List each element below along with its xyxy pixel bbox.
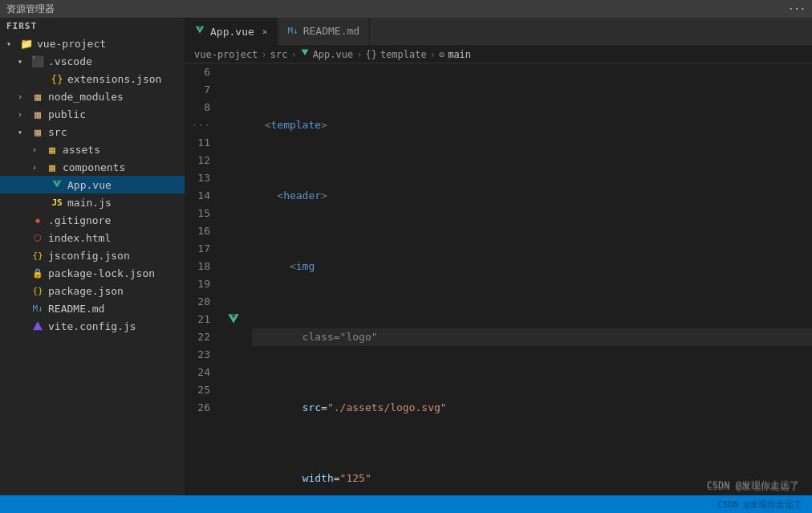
folder-icon: ▦: [30, 124, 45, 139]
tree-label: .vscode: [48, 55, 92, 67]
vue-file-icon: [50, 177, 64, 192]
status-watermark: CSDN @发现你走远了: [717, 499, 802, 511]
html-icon: ⬡: [30, 230, 45, 245]
folder-icon: ▦: [30, 89, 45, 104]
tree-label: assets: [63, 144, 100, 156]
tree-label: node_modules: [48, 91, 124, 103]
vue-logo-gutter: [223, 311, 246, 328]
code-line-11: src="./assets/logo.svg": [252, 399, 812, 417]
breadcrumb-template-icon: {}: [365, 49, 376, 60]
breadcrumb-template[interactable]: template: [380, 49, 427, 60]
tab-vue-icon: [194, 25, 205, 39]
tree-item-readme[interactable]: M↓ README.md: [0, 299, 185, 317]
tree-label: index.html: [48, 232, 111, 244]
tree-label: jsconfig.json: [48, 250, 130, 262]
arrow-down-icon: ▾: [18, 57, 30, 66]
tree-label: public: [48, 108, 86, 120]
vue-gutter: [223, 63, 246, 495]
tab-app-vue[interactable]: App.vue ✕: [185, 18, 278, 45]
arrow-down-icon: ▾: [6, 39, 19, 48]
tree-item-extensions[interactable]: {} extensions.json: [0, 70, 185, 88]
tab-readme[interactable]: M↓ README.md: [278, 18, 370, 45]
title-label: 资源管理器: [6, 2, 55, 16]
breadcrumb-vue-icon: [300, 48, 310, 60]
tree-item-node-modules[interactable]: › ▦ node_modules: [0, 88, 185, 105]
app-container: 资源管理器 ··· FIRST ▾ 📁 vue-project ▾ ⬛ .vsc…: [0, 0, 812, 513]
arrow-right-icon: ›: [32, 145, 45, 154]
tree-item-assets[interactable]: › ▦ assets: [0, 140, 185, 158]
tree-item-vue-project[interactable]: ▾ 📁 vue-project: [0, 35, 185, 52]
tree-label: vue-project: [37, 38, 106, 50]
arrow-right-icon: ›: [18, 92, 30, 101]
tree-item-package-json[interactable]: {} package.json: [0, 282, 185, 299]
json-icon: {}: [50, 71, 64, 86]
code-line-6: <template>: [252, 116, 812, 134]
status-bar: CSDN @发现你走远了: [0, 495, 812, 513]
folder-icon: ▦: [45, 142, 59, 157]
tree-item-public[interactable]: › ▦ public: [0, 105, 185, 123]
tree-item-main-js[interactable]: JS main.js: [0, 193, 185, 211]
breadcrumb-project[interactable]: vue-project: [194, 49, 258, 60]
watermark: CSDN @发现你走远了: [707, 476, 799, 494]
breadcrumb: vue-project › src › App.vue › {} templat…: [185, 46, 812, 63]
tree-label: components: [63, 161, 125, 173]
tree-item-jsconfig[interactable]: {} jsconfig.json: [0, 246, 185, 264]
tree-item-src[interactable]: ▾ ▦ src: [0, 123, 185, 140]
tab-close-icon[interactable]: ✕: [262, 26, 268, 37]
tab-md-icon: M↓: [287, 26, 298, 36]
folder-icon: ▦: [30, 107, 45, 121]
tree-label: extensions.json: [67, 73, 161, 85]
arrow-right-icon: ›: [32, 163, 45, 172]
tree-item-gitignore[interactable]: ◆ .gitignore: [0, 211, 185, 229]
line-numbers-col: 6 7 8 ··· 11 12 13 14 15 16 17 18 19 20 …: [185, 63, 223, 495]
tree-label: .gitignore: [48, 214, 111, 226]
folder-icon: 📁: [19, 36, 34, 51]
code-line-9: class="logo": [252, 328, 812, 346]
tab-bar: App.vue ✕ M↓ README.md: [185, 18, 812, 46]
tree-item-vite-config[interactable]: vite.config.js: [0, 317, 185, 335]
tab-label: README.md: [303, 25, 359, 37]
tree-label: package.json: [48, 285, 124, 297]
git-icon: ◆: [30, 213, 45, 227]
tab-label: App.vue: [210, 26, 254, 38]
code-lines[interactable]: <template> <header> <img class="logo" sr…: [246, 63, 812, 495]
sidebar: FIRST ▾ 📁 vue-project ▾ ⬛ .vscode {} ext…: [0, 18, 185, 495]
breadcrumb-appvue[interactable]: App.vue: [313, 49, 354, 60]
tree-item-components[interactable]: › ▦ components: [0, 158, 185, 176]
code-line-8: <img: [252, 258, 812, 275]
breadcrumb-main[interactable]: main: [448, 49, 471, 60]
tree-label: package-lock.json: [48, 267, 155, 279]
tree-label: App.vue: [67, 179, 112, 191]
tree-item-index-html[interactable]: ⬡ index.html: [0, 229, 185, 246]
breadcrumb-main-icon: ⊙: [439, 49, 445, 60]
json-icon: {}: [30, 283, 45, 298]
lock-icon: 🔒: [30, 266, 45, 280]
vscode-folder-icon: ⬛: [30, 54, 45, 68]
vite-icon: [30, 319, 45, 333]
breadcrumb-src[interactable]: src: [270, 49, 288, 60]
sidebar-header: FIRST: [0, 18, 185, 35]
tree-item-app-vue[interactable]: App.vue: [0, 176, 185, 193]
sidebar-first-label: FIRST: [6, 21, 37, 31]
tree-label: main.js: [67, 197, 112, 209]
tree-item-vscode[interactable]: ▾ ⬛ .vscode: [0, 52, 185, 70]
tree-label: vite.config.js: [48, 320, 136, 332]
md-icon: M↓: [30, 301, 45, 316]
tree-label: src: [48, 126, 67, 138]
json-icon: {}: [30, 248, 45, 263]
arrow-right-icon: ›: [18, 110, 30, 119]
title-bar: 资源管理器 ···: [0, 0, 812, 18]
code-line-7: <header>: [252, 187, 812, 205]
code-container[interactable]: 6 7 8 ··· 11 12 13 14 15 16 17 18 19 20 …: [185, 63, 812, 495]
components-folder-icon: ▦: [45, 160, 59, 174]
title-more[interactable]: ···: [788, 3, 806, 14]
svg-marker-6: [301, 50, 308, 56]
tree-label: README.md: [48, 303, 104, 315]
tree-item-package-lock[interactable]: 🔒 package-lock.json: [0, 264, 185, 282]
arrow-down-icon: ▾: [18, 128, 30, 136]
editor-area: App.vue ✕ M↓ README.md vue-project › src…: [185, 18, 812, 495]
js-icon: JS: [50, 195, 64, 210]
